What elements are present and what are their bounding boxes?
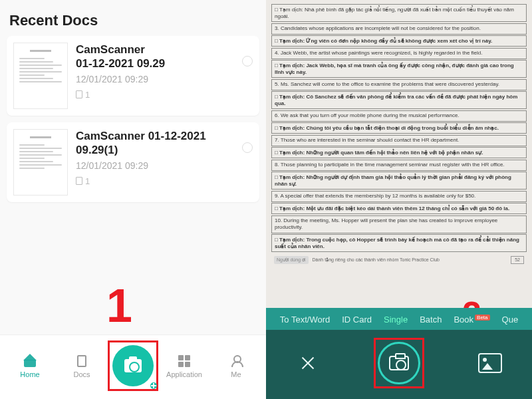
doc-thumbnail [13,43,68,109]
doc-title-line: CamScanner [76,43,145,56]
grid-icon [178,355,190,367]
nav-label: Docs [73,370,90,378]
preview-line: □ Tạm dịch: Trong cuộc họp, cô Hopper sẽ… [271,234,527,252]
nav-docs[interactable]: Docs [56,354,108,378]
preview-line: 5. Ms. Sanchez will come to the office t… [271,79,527,90]
nav-application[interactable]: Application [158,354,210,378]
viewfinder-document: □ Tạm dịch: Nhà phê bình đã gặp tác giả … [266,0,532,308]
doc-title-line: 01-12-2021 09.29 [76,57,165,70]
camera-fab[interactable] [112,345,154,386]
footer-text: Dành tặng riêng cho các thành viên nhóm … [313,257,507,263]
select-radio[interactable] [242,142,253,153]
preview-line: 9. A special offer that extends the memb… [271,191,527,202]
doc-title: CamScanner 01-12-2021 09.29 [76,43,234,71]
nav-home[interactable]: Home [4,354,56,378]
sheet-icon [76,90,82,98]
highlight-box-1 [108,340,158,391]
preview-line: 7. Those who are interested in the semin… [271,135,527,146]
annotation-step-1: 1 [106,279,132,332]
count-value: 1 [85,90,90,100]
doc-page-count: 1 [76,176,234,186]
doc-title: CamScanner 01-12-2021 09.29(1) [76,129,234,158]
nav-label: Home [20,370,39,378]
close-icon [300,355,316,371]
gallery-button[interactable] [478,353,502,373]
preview-line: □ Tạm dịch: Nhà phê bình đã gặp tác giả … [271,4,527,22]
highlight-box-2 [374,338,424,388]
mode-book[interactable]: BookBeta [454,315,489,325]
doc-date: 12/01/2021 09:29 [76,74,234,84]
preview-line: □ Tạm dịch: Cô Sanchez sẽ đến văn phòng … [271,91,527,109]
preview-line: 8. Those planning to participate in the … [271,160,527,171]
camera-capture-screen: □ Tạm dịch: Nhà phê bình đã gặp tác giả … [266,0,532,399]
footer-tag: Người dùng ơi [274,256,309,265]
mode-single[interactable]: Single [384,315,408,325]
mode-label: Book [454,315,473,325]
nav-me[interactable]: Me [210,354,262,378]
doc-item[interactable]: CamScanner 01-12-2021 09.29 12/01/2021 0… [7,36,259,116]
beta-badge: Beta [475,315,489,321]
close-button[interactable] [296,351,320,375]
preview-line: 4. Jack Webb, the artist whose paintings… [271,48,527,59]
plus-icon [150,382,157,389]
nav-label: Application [166,370,202,378]
preview-line: □ Tạm dịch: Jack Webb, họa sĩ mà tranh c… [271,60,527,78]
preview-line: □ Tạm dịch: Ứng viên có đơn nộp không đầ… [271,35,527,47]
capture-bar [266,330,532,399]
select-radio[interactable] [242,56,253,66]
person-icon [230,355,242,367]
doc-info: CamScanner 01-12-2021 09.29 12/01/2021 0… [76,43,234,100]
doc-page-count: 1 [76,90,234,100]
preview-line: □ Tạm dịch: Những người dự định tham gia… [271,172,527,190]
nav-label: Me [231,370,241,378]
doc-date: 12/01/2021 09:29 [76,160,234,171]
doc-info: CamScanner 01-12-2021 09.29(1) 12/01/202… [76,129,234,186]
camera-icon [124,359,142,372]
camera-icon [389,356,409,370]
bottom-nav: Home Docs Application Me [0,334,266,399]
docs-icon [77,355,86,367]
home-icon [24,355,36,367]
footer-page: 52 [511,256,524,265]
doc-item[interactable]: CamScanner 01-12-2021 09.29(1) 12/01/202… [7,122,259,202]
preview-line: 3. Candidates whose applications are inc… [271,23,527,35]
mode-to-text[interactable]: To Text/Word [280,315,330,325]
scan-mode-strip[interactable]: To Text/Word ID Card Single Batch BookBe… [266,308,532,330]
count-value: 1 [85,176,90,186]
sheet-icon [76,177,82,185]
preview-line: □ Tạm dịch: Những người quan tâm đến hội… [271,147,527,158]
preview-line: □ Tạm dịch: Một ưu đãi đặc biệt kéo dài … [271,203,527,214]
section-title: Recent Docs [0,0,266,36]
mode-question[interactable]: Que [502,315,519,325]
doc-thumbnail [13,129,68,196]
preview-line: 6. We ask that you turn off your mobile … [271,110,527,122]
docs-home-screen: Recent Docs CamScanner 01-12-2021 09.29 … [0,0,266,399]
shutter-button[interactable] [378,342,420,384]
recent-docs-list: CamScanner 01-12-2021 09.29 12/01/2021 0… [0,36,266,334]
mode-batch[interactable]: Batch [420,315,442,325]
preview-line: □ Tạm dịch: Chúng tôi yêu cầu bạn tắt đi… [271,122,527,134]
mode-id-card[interactable]: ID Card [342,315,372,325]
preview-line: 10. During the meeting, Ms. Hopper will … [271,215,527,233]
